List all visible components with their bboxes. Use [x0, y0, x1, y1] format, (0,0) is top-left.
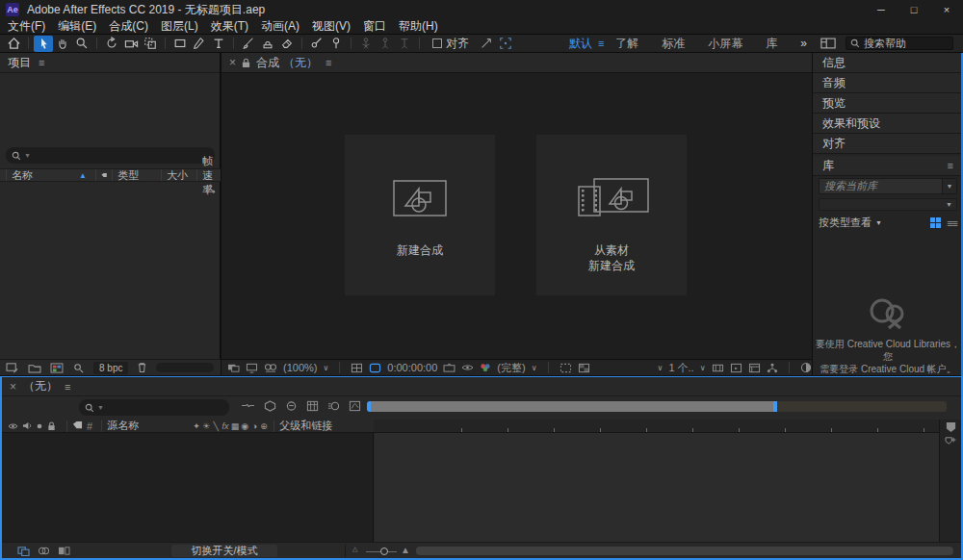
camera-tool-icon[interactable]	[121, 36, 141, 52]
comp-marker-bin-icon[interactable]	[945, 421, 957, 433]
grid-guides-icon[interactable]	[351, 363, 363, 373]
puppet-pin-tool-icon[interactable]	[326, 36, 346, 52]
solo-icon[interactable]	[36, 422, 43, 430]
reset-exposure-icon[interactable]	[800, 362, 812, 373]
project-panel-header[interactable]: 项目 ≡	[0, 53, 220, 73]
expand-transfer-controls-icon[interactable]	[38, 546, 50, 556]
adjustment-layer-switch-icon[interactable]: ◑	[249, 421, 259, 431]
time-navigator[interactable]	[367, 401, 947, 412]
label-color-icon[interactable]	[101, 170, 107, 181]
menu-view[interactable]: 视图(V)	[312, 18, 351, 35]
library-search-input[interactable]: 搜索当前库 ▼	[819, 178, 957, 194]
workspace-tab-libraries[interactable]: 库	[754, 36, 789, 52]
workspace-switcher-icon[interactable]	[819, 36, 838, 52]
transparency-grid-icon[interactable]	[578, 363, 590, 373]
menu-file[interactable]: 文件(F)	[8, 18, 45, 35]
timeline-zoom-slider-knob[interactable]	[380, 547, 388, 555]
column-source-name[interactable]: 源名称	[107, 419, 192, 433]
pixel-aspect-correction-icon[interactable]	[712, 363, 724, 373]
workspace-tab-default[interactable]: 默认	[558, 36, 604, 52]
search-dropdown-caret-icon[interactable]: ▼	[942, 179, 956, 193]
menu-effect[interactable]: 效果(T)	[211, 18, 248, 35]
fast-previews-icon[interactable]	[730, 363, 742, 373]
timeline-tab-title[interactable]: （无）	[23, 378, 58, 395]
search-caret-icon[interactable]: ▼	[97, 404, 104, 411]
timeline-horizontal-scrollbar[interactable]	[416, 547, 953, 555]
motion-blur-icon[interactable]	[327, 400, 340, 412]
hide-shy-layers-icon[interactable]	[285, 400, 298, 412]
channel-settings-icon[interactable]	[480, 363, 491, 372]
search-caret-icon[interactable]: ▼	[24, 152, 31, 159]
show-snapshot-icon[interactable]	[461, 363, 474, 372]
tab-close-icon[interactable]: ×	[10, 380, 16, 394]
mini-flowchart-icon[interactable]	[241, 400, 255, 412]
expand-layer-switches-icon[interactable]	[17, 546, 30, 556]
graph-editor-icon[interactable]	[349, 400, 361, 412]
comp-marker-icon[interactable]	[945, 436, 956, 445]
resolution-value[interactable]: (完整)	[497, 361, 525, 375]
new-composition-button[interactable]: 新建合成	[345, 135, 495, 295]
video-visibility-icon[interactable]	[8, 422, 18, 430]
timeline-button-icon[interactable]	[748, 363, 761, 373]
label-color-icon[interactable]	[72, 420, 83, 431]
close-button[interactable]: ×	[930, 0, 963, 19]
hand-tool-icon[interactable]	[53, 36, 72, 52]
view-count-value[interactable]: 1 个..	[668, 361, 693, 375]
shape-node-icon[interactable]	[477, 36, 496, 52]
composition-tab-title[interactable]: 合成	[256, 55, 279, 71]
clone-stamp-tool-icon[interactable]	[258, 36, 277, 52]
new-composition-icon[interactable]	[50, 363, 64, 373]
library-select-dropdown[interactable]: ▼	[819, 198, 957, 211]
panel-tab-info[interactable]: 信息	[813, 53, 963, 73]
time-navigator-range[interactable]	[371, 401, 773, 412]
timeline-scroll-column[interactable]	[939, 420, 961, 542]
motion-tracker-icon[interactable]	[496, 36, 515, 52]
panel-tab-align[interactable]: 对齐	[813, 134, 963, 154]
menu-window[interactable]: 窗口	[363, 18, 386, 35]
panel-menu-icon[interactable]: ≡	[65, 381, 70, 393]
layer-list-area[interactable]	[2, 433, 374, 542]
workspace-tab-standard[interactable]: 标准	[650, 36, 696, 52]
eraser-tool-icon[interactable]	[277, 36, 297, 52]
zoom-level-value[interactable]: (100%)	[283, 362, 317, 373]
region-of-interest-icon[interactable]	[560, 363, 572, 373]
3d-layer-switch-icon[interactable]: ⊕	[259, 421, 269, 431]
magnification-icon[interactable]	[264, 363, 277, 373]
zoom-tool-icon[interactable]	[72, 36, 91, 52]
menu-composition[interactable]: 合成(C)	[109, 18, 148, 35]
lock-icon[interactable]	[47, 421, 56, 431]
viewer-lock-icon[interactable]	[242, 58, 250, 68]
main-viewer-icon[interactable]	[246, 363, 258, 373]
column-parent-link[interactable]: 父级和链接	[279, 419, 332, 433]
home-icon[interactable]	[4, 36, 23, 52]
panel-menu-icon[interactable]: ≡	[39, 57, 44, 68]
delete-icon[interactable]	[137, 362, 147, 373]
snap-checkbox[interactable]	[432, 38, 442, 48]
sort-arrow-icon[interactable]: ▲	[79, 171, 87, 180]
new-composition-from-footage-button[interactable]: 从素材 新建合成	[536, 135, 687, 295]
menu-layer[interactable]: 图层(L)	[161, 18, 198, 35]
time-navigator-end-handle[interactable]	[773, 401, 777, 412]
expand-in-out-controls-icon[interactable]	[58, 546, 70, 556]
menu-help[interactable]: 帮助(H)	[399, 18, 438, 35]
selection-tool-icon[interactable]	[34, 36, 53, 52]
panel-tab-preview[interactable]: 预览	[813, 93, 963, 114]
column-name[interactable]: 名称	[12, 168, 79, 183]
preview-timecode[interactable]: 0:00:00:00	[387, 362, 437, 373]
panel-menu-icon[interactable]: ≡	[948, 160, 953, 171]
timeline-search-input[interactable]: ▼	[79, 399, 229, 416]
type-tool-icon[interactable]	[209, 36, 228, 52]
column-index[interactable]: #	[87, 420, 92, 432]
new-folder-icon[interactable]	[28, 363, 41, 373]
always-preview-icon[interactable]	[227, 363, 240, 373]
brush-tool-icon[interactable]	[239, 36, 258, 52]
zoom-out-mountain-icon[interactable]: △	[352, 546, 357, 553]
shape-tool-icon[interactable]	[170, 36, 190, 52]
track-area[interactable]	[375, 433, 939, 542]
help-search-input[interactable]: 搜索帮助	[846, 37, 953, 50]
motion-blur-switch-icon[interactable]: ◉	[240, 421, 249, 431]
chevron-down-icon[interactable]: ∨	[700, 364, 706, 372]
snapshot-icon[interactable]	[443, 363, 455, 372]
collapse-switch-icon[interactable]: ☀	[201, 421, 211, 431]
bit-depth-button[interactable]: 8 bpc	[93, 362, 128, 374]
